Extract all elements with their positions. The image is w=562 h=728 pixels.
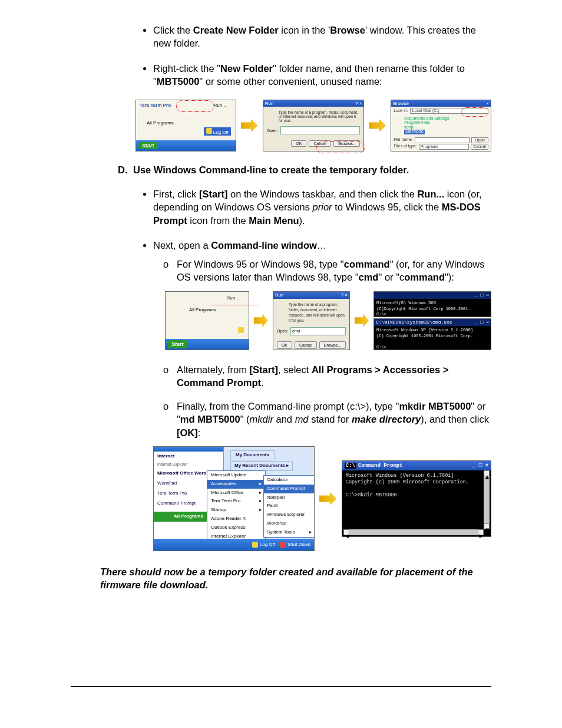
submenu-2: Calculator Command Prompt Notepad Paint … xyxy=(263,475,315,538)
lookin-label: Look in: xyxy=(394,108,408,113)
sub-list: For Windows 95 or Windows 98, type "comm… xyxy=(153,258,491,551)
logoff-icon xyxy=(238,327,244,333)
submenu-item-accessories[interactable]: Accessories▸ xyxy=(207,480,265,489)
run-help-text: Type the name of a program, folder, docu… xyxy=(279,110,361,123)
highlight-line xyxy=(211,305,259,307)
screenshot-programs-menu: Internet Internet Explorer Microsoft Off… xyxy=(153,446,315,551)
browse-titlebar: Browse× xyxy=(391,100,491,107)
highlight-newfolder-icon xyxy=(461,107,488,117)
run-titlebar: Run? × xyxy=(263,100,364,107)
open-label: Open: xyxy=(267,129,278,133)
bullet-create-folder: Click the Create New Folder icon in the … xyxy=(153,24,491,50)
screenshot-start-menu: Tera Term Pro All Programs Run... Log Of… xyxy=(135,100,236,151)
all-programs-label: All Programs xyxy=(147,120,174,126)
start-app-label: Tera Term Pro xyxy=(140,103,171,108)
logoff-button[interactable]: Log Off xyxy=(252,542,275,548)
highlight-run xyxy=(176,100,214,112)
section-d-heading: D.Use Windows Command-line to create the… xyxy=(118,164,491,176)
browse-item[interactable]: Program Files xyxy=(404,120,488,125)
figure-row-3: Internet Internet Explorer Microsoft Off… xyxy=(153,446,491,551)
all-programs-label: All Programs xyxy=(189,307,216,314)
taskbar: Start xyxy=(136,140,236,151)
my-recent-docs[interactable]: My Recent Documents ▸ xyxy=(230,461,293,471)
window-controls[interactable]: _ □ × xyxy=(472,462,488,469)
sub-item-2: Alternately, from [Start], select All Pr… xyxy=(177,363,491,390)
my-documents[interactable]: My Documents xyxy=(230,450,275,460)
ok-button[interactable]: OK xyxy=(291,140,306,147)
screenshot-start-menu-2: Run... All Programs Start xyxy=(165,291,249,350)
arrow-icon xyxy=(369,119,386,132)
submenu-item[interactable]: Outlook Express xyxy=(207,523,265,532)
bullet-list-top: Click the Create New Folder icon in the … xyxy=(100,24,491,88)
filetype-value[interactable]: Programs xyxy=(419,144,469,150)
cmd-title: Command Prompt xyxy=(358,463,403,469)
figure-row-2: Run... All Programs Start Run? × xyxy=(165,291,491,350)
screenshot-cmd-mkdir: C:\Command Prompt_ □ × Microsoft Windows… xyxy=(342,460,491,537)
sub-item-3: Finally, from the Command-line prompt (c… xyxy=(177,400,491,551)
open-label: Open: xyxy=(277,328,288,334)
close-icon[interactable]: ? × xyxy=(341,292,348,299)
run-label: Run... xyxy=(227,295,239,302)
run-open-input[interactable] xyxy=(290,327,346,335)
submenu-item[interactable]: Microsoft Update xyxy=(207,471,265,480)
submenu-item[interactable]: Microsoft Office▸ xyxy=(207,489,265,498)
screenshot-run-dialog-2: Run? × Type the name of a program, folde… xyxy=(273,291,350,350)
window-controls[interactable]: _ □ × xyxy=(475,292,489,299)
filename-label: File name: xyxy=(394,137,413,143)
arrow-icon xyxy=(254,314,268,327)
footer-rule xyxy=(71,686,491,687)
browse-item[interactable]: temp xyxy=(404,125,488,130)
close-icon[interactable]: ? × xyxy=(355,101,362,106)
document-page: Click the Create New Folder icon in the … xyxy=(0,0,562,728)
screenshot-run-dialog: Run? × Type the name of a program, folde… xyxy=(263,100,365,151)
submenu-1: Microsoft Update Accessories▸ Microsoft … xyxy=(207,470,266,550)
run-label: Run... xyxy=(214,103,226,108)
shutdown-button[interactable]: Shut Down xyxy=(280,542,310,548)
cancel-button[interactable]: Cancel xyxy=(471,144,488,150)
browse-button[interactable]: Browse... xyxy=(319,341,346,349)
closing-note: There should now be a tempory folder cre… xyxy=(100,565,491,592)
figure-row-1: Tera Term Pro All Programs Run... Log Of… xyxy=(135,100,491,151)
open-button[interactable]: Open xyxy=(471,137,488,143)
run-open-input[interactable] xyxy=(280,126,361,134)
logoff-label: Log Off xyxy=(204,127,231,136)
sub-item-1: For Windows 95 or Windows 98, type "comm… xyxy=(177,258,491,350)
screenshot-browse-dialog: Browse× Look in: Local Disk (C:) Documen… xyxy=(391,100,491,151)
run-title: Run xyxy=(275,292,284,299)
run-help-text: Type the name of a program, folder, docu… xyxy=(289,302,346,323)
highlight-browse xyxy=(316,141,365,153)
scrollbar-h[interactable]: ◂▸ xyxy=(343,529,484,535)
bullet-rename-folder: Right-click the "New Folder" folder name… xyxy=(153,62,491,88)
arrow-icon xyxy=(355,314,369,327)
arrow-icon xyxy=(319,492,337,505)
screenshot-cmd-dos: _ □ × Microsoft(R) Windows DOS (C)Copyri… xyxy=(373,291,491,317)
submenu-item[interactable]: Startup▸ xyxy=(207,506,265,515)
filename-input[interactable] xyxy=(415,137,470,143)
bullet-d2: Next, open a Command-line window… For Wi… xyxy=(153,239,491,551)
cmd-title: C:\WINDOWS\system32\cmd.exe xyxy=(376,319,452,326)
submenu-item[interactable]: Windows Explorer xyxy=(264,510,315,519)
start-button[interactable]: Start xyxy=(168,340,187,348)
submenu-item-cmd[interactable]: Command Prompt xyxy=(264,485,315,493)
menu-internet-sub: Internet Explorer xyxy=(154,460,223,469)
start-button[interactable]: Start xyxy=(138,142,158,149)
submenu-item[interactable]: Notepad xyxy=(264,493,315,502)
browse-item-selected[interactable]: MBT5000 xyxy=(404,130,424,134)
ok-button[interactable]: OK xyxy=(277,341,292,349)
close-icon[interactable]: × xyxy=(486,101,489,106)
submenu-item[interactable]: Paint xyxy=(264,502,315,510)
scrollbar-v[interactable]: ▴▾ xyxy=(484,470,490,529)
taskbar: Start xyxy=(166,339,249,350)
bullet-d1: First, click [Start] on the Windows task… xyxy=(153,187,491,227)
arrow-icon xyxy=(241,119,258,132)
filetype-label: Files of type: xyxy=(394,144,417,150)
submenu-item[interactable]: Adobe Reader X xyxy=(207,515,265,523)
bullet-list-d: First, click [Start] on the Windows task… xyxy=(100,187,491,551)
submenu-item[interactable]: WordPad xyxy=(264,519,315,528)
window-controls[interactable]: _ □ × xyxy=(475,319,489,326)
screenshot-cmd-xp: C:\WINDOWS\system32\cmd.exe_ □ × Microso… xyxy=(373,318,491,350)
cancel-button[interactable]: Cancel xyxy=(295,341,317,349)
submenu-item[interactable]: System Tools▸ xyxy=(264,528,315,537)
submenu-item[interactable]: Tera Term Pro▸ xyxy=(207,497,265,506)
submenu-item[interactable]: Calculator xyxy=(264,476,315,485)
